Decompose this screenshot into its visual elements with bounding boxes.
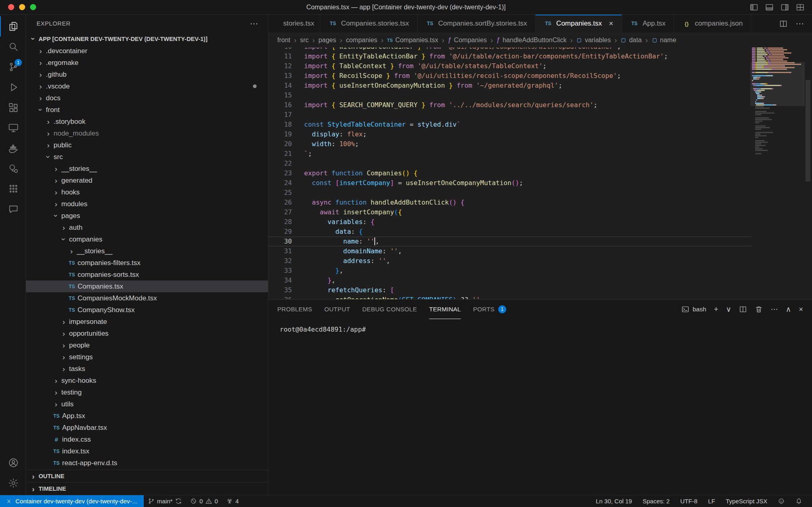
tree-item[interactable]: TSApp.tsx [26, 410, 268, 422]
tree-item[interactable]: ›settings [26, 351, 268, 363]
zoom-window-button[interactable] [30, 4, 36, 10]
shell-selector[interactable]: bash [681, 305, 706, 313]
run-debug-icon[interactable] [0, 77, 26, 97]
tree-item[interactable]: ›testing [26, 386, 268, 398]
code-line[interactable]: 22 [268, 159, 751, 168]
code-line[interactable]: 24 const [insertCompany] = useInsertOneC… [268, 178, 751, 188]
breadcrumb-item[interactable]: name [652, 37, 676, 44]
editor-tab-companies-stories-tsx[interactable]: TSCompanies.stories.tsx [320, 15, 417, 32]
code-line[interactable]: 25 [268, 188, 751, 198]
tree-item[interactable]: ›sync-hooks [26, 375, 268, 386]
code-line[interactable]: 32 address: '', [268, 256, 751, 266]
panel-tab-ports[interactable]: PORTS1 [473, 300, 506, 319]
tree-item[interactable]: ›utils [26, 398, 268, 410]
terminal[interactable]: root@0a4ecd84891:/app# [268, 319, 812, 495]
close-icon[interactable]: × [609, 19, 613, 28]
code-line[interactable]: 23export function Companies() { [268, 168, 751, 178]
code-line[interactable]: 36 getOperationName(GET_COMPANIES) ?? ''… [268, 295, 751, 299]
split-terminal-icon[interactable] [739, 305, 747, 313]
minimap[interactable] [752, 47, 803, 299]
tree-item[interactable]: ›__stories__ [26, 245, 268, 257]
workflow-icon[interactable] [0, 158, 26, 179]
ports-item[interactable]: 4 [222, 495, 243, 507]
grid-icon[interactable] [0, 179, 26, 199]
timeline-section-header[interactable]: ›TIMELINE [26, 482, 268, 495]
kill-terminal-icon[interactable] [755, 305, 763, 313]
tree-item[interactable]: ›hooks [26, 186, 268, 198]
code-line[interactable]: 14import { useInsertOneCompanyMutation }… [268, 81, 751, 91]
layout-sidebar-right-icon[interactable] [780, 3, 789, 12]
code-line[interactable]: 16import { SEARCH_COMPANY_QUERY } from '… [268, 100, 751, 110]
tree-item[interactable]: #index.css [26, 434, 268, 445]
source-control-icon[interactable]: 1 [0, 57, 26, 77]
tree-item[interactable]: ›__stories__ [26, 163, 268, 175]
code-line[interactable]: 12import { TableContext } from '@/ui/tab… [268, 61, 751, 71]
tree-item[interactable]: ›node_modules [26, 127, 268, 139]
tree-item[interactable]: TSCompaniesMockMode.tsx [26, 292, 268, 304]
outline-section-header[interactable]: ›OUTLINE [26, 470, 268, 482]
tree-item[interactable]: TSCompanies.tsx [26, 280, 268, 292]
tree-item[interactable]: ›docs [26, 92, 268, 104]
code-line[interactable]: 26 async function handleAddButtonClick()… [268, 198, 751, 207]
tree-item[interactable]: ›public [26, 139, 268, 151]
tree-item[interactable]: TSindex.tsx [26, 445, 268, 457]
status-cursor-position[interactable]: Ln 30, Col 19 [592, 495, 636, 507]
tree-item[interactable]: ›.github [26, 69, 268, 80]
scrollbar-thumb[interactable] [806, 80, 810, 181]
code-line[interactable]: 10import { WithTopBarContainer } from '@… [268, 47, 751, 52]
more-actions-icon[interactable]: ⋯ [771, 306, 778, 313]
code-line[interactable]: 34 }, [268, 276, 751, 285]
settings-gear-icon[interactable] [0, 473, 26, 493]
tree-item[interactable]: TSCompanyShow.tsx [26, 304, 268, 316]
tree-item[interactable]: ›people [26, 339, 268, 351]
tree-item[interactable]: ›opportunities [26, 328, 268, 339]
editor-scrollbar[interactable] [804, 47, 812, 299]
tree-item[interactable]: ›pages [26, 210, 268, 222]
new-terminal-icon[interactable]: + [714, 306, 719, 313]
workspace-section-header[interactable]: › APP [CONTAINER DEV-TWENTY-DEV (DEV-TWE… [26, 32, 268, 45]
tree-item[interactable]: TSreact-app-env.d.ts [26, 457, 268, 469]
breadcrumb-item[interactable]: data [620, 37, 641, 44]
tree-item[interactable]: ›auth [26, 222, 268, 233]
code-line[interactable]: 33 }, [268, 266, 751, 276]
breadcrumb-item[interactable]: TSCompanies.tsx [387, 37, 438, 44]
editor-tab-companies-sortby-stories-tsx[interactable]: TSCompanies.sortBy.stories.tsx [417, 15, 536, 32]
panel-tab-terminal[interactable]: TERMINAL [429, 300, 461, 319]
minimize-window-button[interactable] [19, 4, 25, 10]
account-icon[interactable] [0, 453, 26, 473]
editor-tab-companies-json[interactable]: {}companies.json [674, 15, 751, 32]
code-line[interactable]: 20 width: 100%; [268, 139, 751, 149]
code-line[interactable]: 21`; [268, 149, 751, 159]
code-line[interactable]: 18const StyledTableContainer = styled.di… [268, 120, 751, 129]
tree-item[interactable]: ›.storybook [26, 116, 268, 127]
close-panel-icon[interactable]: × [799, 306, 803, 313]
code-line[interactable]: 13import { RecoilScope } from '@/ui/util… [268, 71, 751, 81]
code-line[interactable]: 28 variables: { [268, 217, 751, 227]
code-line[interactable]: 15 [268, 91, 751, 100]
code-line[interactable]: 11import { EntityTableActionBar } from '… [268, 52, 751, 61]
search-icon[interactable] [0, 37, 26, 57]
tree-item[interactable]: ›tasks [26, 363, 268, 375]
breadcrumb-item[interactable]: ƒhandleAddButtonClick [497, 37, 566, 44]
code-line[interactable]: 29 data: { [268, 227, 751, 237]
tree-item[interactable]: ›companies [26, 233, 268, 245]
status-language-mode[interactable]: TypeScript JSX [721, 495, 771, 507]
tree-item[interactable]: ›front [26, 104, 268, 116]
breadcrumb-item[interactable]: pages [318, 37, 336, 44]
breadcrumb-item[interactable]: front [277, 37, 290, 44]
remote-indicator[interactable]: Container dev-twenty-dev (dev-twenty-dev… [0, 495, 144, 507]
status-feedback[interactable] [774, 495, 789, 507]
panel-tab-problems[interactable]: PROBLEMS [277, 300, 312, 319]
more-actions-icon[interactable]: ⋯ [796, 19, 804, 28]
remote-explorer-icon[interactable] [0, 118, 26, 138]
status-indentation[interactable]: Spaces: 2 [639, 495, 674, 507]
tree-item[interactable]: TScompanies-sorts.tsx [26, 269, 268, 280]
code-line[interactable]: 17 [268, 110, 751, 120]
maximize-panel-icon[interactable]: ∧ [786, 306, 791, 313]
editor-tab-stories-tsx[interactable]: stories.tsx [268, 15, 320, 32]
tree-item[interactable]: ›impersonate [26, 316, 268, 328]
close-window-button[interactable] [8, 4, 14, 10]
chat-icon[interactable] [0, 199, 26, 219]
problems-item[interactable]: 00 [186, 495, 222, 507]
tree-item[interactable]: TScompanies-filters.tsx [26, 257, 268, 269]
